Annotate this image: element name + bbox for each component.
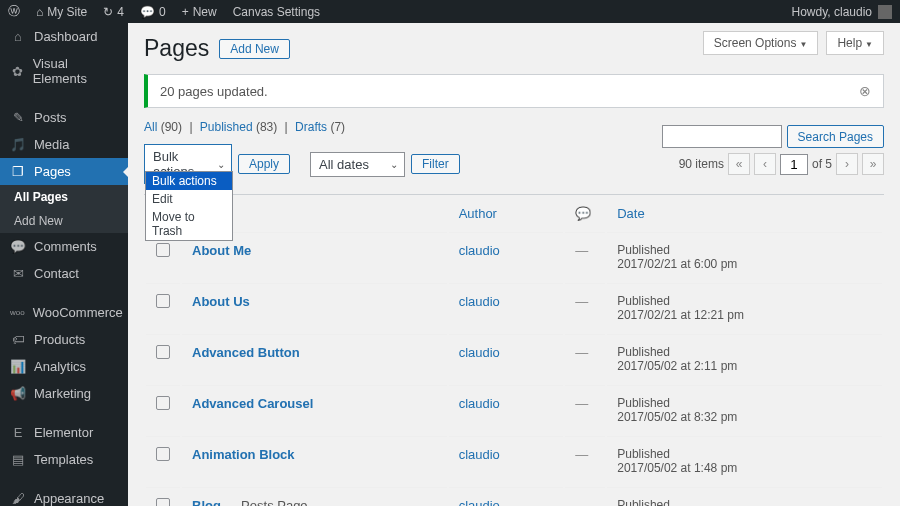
menu-contact[interactable]: ✉Contact — [0, 260, 128, 287]
page-suffix: — Posts Page — [221, 498, 308, 506]
menu-comments[interactable]: 💬Comments — [0, 233, 128, 260]
menu-appearance[interactable]: 🖌Appearance — [0, 485, 128, 506]
filter-published[interactable]: Published — [200, 120, 253, 134]
apply-button[interactable]: Apply — [238, 154, 290, 174]
account-link[interactable]: Howdy, claudio — [792, 5, 900, 19]
template-icon: ▤ — [10, 452, 26, 467]
menu-woocommerce[interactable]: wooWooCommerce — [0, 299, 128, 326]
pages-table: Title Author 💬 Date About Meclaudio—Publ… — [144, 194, 884, 506]
author-link[interactable]: claudio — [459, 294, 500, 309]
update-notice: 20 pages updated. ⊗ — [144, 74, 884, 108]
content-area: Screen Options▼ Help▼ Pages Add New 20 p… — [128, 23, 900, 506]
date-cell: Published2017/05/02 at 2:11 pm — [607, 334, 882, 383]
page-title-link[interactable]: About Me — [192, 243, 251, 258]
menu-marketing[interactable]: 📢Marketing — [0, 380, 128, 407]
date-cell: Published2017/02/21 at 6:00 pm — [607, 232, 882, 281]
new-link[interactable]: +New — [174, 5, 225, 19]
date-cell: Published2017/02/21 at 12:21 pm — [607, 283, 882, 332]
page-last-button[interactable]: » — [862, 153, 884, 175]
table-row: Advanced Buttonclaudio—Published2017/05/… — [146, 334, 882, 383]
column-author[interactable]: Author — [449, 197, 564, 230]
author-link[interactable]: claudio — [459, 498, 500, 506]
comments-cell: — — [565, 334, 605, 383]
page-of-text: of 5 — [812, 157, 832, 171]
row-checkbox[interactable] — [156, 447, 170, 461]
filter-drafts[interactable]: Drafts — [295, 120, 327, 134]
page-title-link[interactable]: Animation Block — [192, 447, 295, 462]
notice-text: 20 pages updated. — [160, 84, 268, 99]
chevron-down-icon: ▼ — [865, 40, 873, 49]
filter-button[interactable]: Filter — [411, 154, 460, 174]
comment-icon: 💬 — [10, 239, 26, 254]
megaphone-icon: 📢 — [10, 386, 26, 401]
chart-icon: 📊 — [10, 359, 26, 374]
canvas-settings-link[interactable]: Canvas Settings — [225, 5, 328, 19]
date-filter-select[interactable]: All dates ⌄ — [310, 152, 405, 177]
author-link[interactable]: claudio — [459, 447, 500, 462]
table-row: Animation Blockclaudio—Published2017/05/… — [146, 436, 882, 485]
chevron-down-icon: ⌄ — [390, 159, 398, 170]
author-link[interactable]: claudio — [459, 345, 500, 360]
submenu-all-pages[interactable]: All Pages — [0, 185, 128, 209]
updates-link[interactable]: ↻4 — [95, 5, 132, 19]
page-title: Pages — [144, 35, 209, 62]
page-title-link[interactable]: Advanced Carousel — [192, 396, 313, 411]
row-checkbox[interactable] — [156, 294, 170, 308]
pagination: 90 items « ‹ of 5 › » — [679, 153, 884, 175]
page-next-button[interactable]: › — [836, 153, 858, 175]
filter-all[interactable]: All — [144, 120, 157, 134]
row-checkbox[interactable] — [156, 396, 170, 410]
column-date[interactable]: Date — [607, 197, 882, 230]
comment-icon: 💬 — [575, 206, 591, 221]
comment-icon: 💬 — [140, 5, 155, 19]
menu-products[interactable]: 🏷Products — [0, 326, 128, 353]
bulk-actions-select[interactable]: Bulk actions ⌄ Bulk actions Edit Move to… — [144, 144, 232, 184]
bulk-option-trash[interactable]: Move to Trash — [146, 208, 232, 240]
menu-templates[interactable]: ▤Templates — [0, 446, 128, 473]
items-count: 90 items — [679, 157, 724, 171]
page-first-button[interactable]: « — [728, 153, 750, 175]
page-title-link[interactable]: Blog — [192, 498, 221, 506]
row-checkbox[interactable] — [156, 498, 170, 506]
menu-media[interactable]: 🎵Media — [0, 131, 128, 158]
date-cell: Published2017/05/02 at 1:48 pm — [607, 436, 882, 485]
elementor-icon: E — [10, 425, 26, 440]
brush-icon: 🖌 — [10, 491, 26, 506]
row-checkbox[interactable] — [156, 345, 170, 359]
home-icon: ⌂ — [36, 5, 43, 19]
page-current-input[interactable] — [780, 154, 808, 175]
menu-elementor[interactable]: EElementor — [0, 419, 128, 446]
page-title-link[interactable]: Advanced Button — [192, 345, 300, 360]
screen-options-button[interactable]: Screen Options▼ — [703, 31, 819, 55]
menu-pages[interactable]: ❐Pages — [0, 158, 128, 185]
site-link[interactable]: ⌂My Site — [28, 5, 95, 19]
comments-cell: — — [565, 283, 605, 332]
comments-link[interactable]: 💬0 — [132, 5, 174, 19]
submenu-add-new[interactable]: Add New — [0, 209, 128, 233]
bulk-actions-dropdown: Bulk actions Edit Move to Trash — [145, 171, 233, 241]
help-button[interactable]: Help▼ — [826, 31, 884, 55]
bulk-option-edit[interactable]: Edit — [146, 190, 232, 208]
column-comments[interactable]: 💬 — [565, 197, 605, 230]
page-prev-button[interactable]: ‹ — [754, 153, 776, 175]
page-title-link[interactable]: About Us — [192, 294, 250, 309]
row-checkbox[interactable] — [156, 243, 170, 257]
author-link[interactable]: claudio — [459, 243, 500, 258]
menu-analytics[interactable]: 📊Analytics — [0, 353, 128, 380]
date-cell: Published2017/05/02 at 8:32 pm — [607, 385, 882, 434]
pin-icon: ✎ — [10, 110, 26, 125]
author-link[interactable]: claudio — [459, 396, 500, 411]
page-icon: ❐ — [10, 164, 26, 179]
dashboard-icon: ⌂ — [10, 29, 26, 44]
add-new-button[interactable]: Add New — [219, 39, 290, 59]
admin-menu: ⌂Dashboard ✿Visual Elements ✎Posts 🎵Medi… — [0, 23, 128, 506]
wp-logo[interactable]: ⓦ — [0, 3, 28, 20]
mail-icon: ✉ — [10, 266, 26, 281]
comments-cell: — — [565, 487, 605, 506]
bulk-option-bulk-actions[interactable]: Bulk actions — [146, 172, 232, 190]
menu-dashboard[interactable]: ⌂Dashboard — [0, 23, 128, 50]
menu-visual-elements[interactable]: ✿Visual Elements — [0, 50, 128, 92]
dismiss-notice-button[interactable]: ⊗ — [859, 83, 871, 99]
menu-posts[interactable]: ✎Posts — [0, 104, 128, 131]
table-row: Blog — Posts Pageclaudio—Published2017/0… — [146, 487, 882, 506]
